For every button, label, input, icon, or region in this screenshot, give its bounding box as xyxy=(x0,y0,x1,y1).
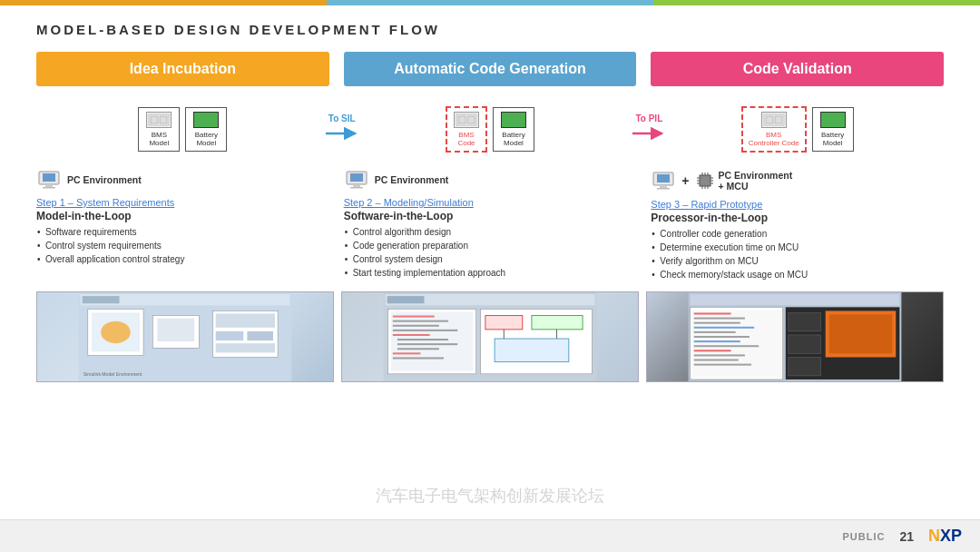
main-content: MODEL-BASED DESIGN DEVELOPMENT FLOW Idea… xyxy=(0,5,980,391)
svg-rect-67 xyxy=(532,316,583,330)
svg-rect-47 xyxy=(247,331,273,340)
battery-inner-col1 xyxy=(193,112,219,128)
svg-rect-92 xyxy=(789,357,821,375)
env-text-col3-line1: PC Environment xyxy=(719,170,793,181)
svg-rect-75 xyxy=(694,312,731,314)
pc-icon-col3 xyxy=(651,171,676,191)
bullet-col2-0: Control algorithm design xyxy=(344,226,505,239)
step-heading-col1: Model-in-the-Loop xyxy=(36,210,132,222)
bullet-col1-0: Software requirements xyxy=(36,226,184,239)
svg-rect-91 xyxy=(789,335,821,353)
battery-model-box-col1: BatteryModel xyxy=(185,107,227,152)
svg-rect-1 xyxy=(151,116,158,123)
svg-rect-45 xyxy=(216,313,275,327)
bms-label-col1: BMSModel xyxy=(149,131,169,147)
bullet-col3-3: Check memory/stack usage on MCU xyxy=(651,269,808,281)
col-1: Idea Incubation BMSModel BatteryModel xyxy=(36,52,337,282)
bottom-bar: PUBLIC 21 N XP xyxy=(0,519,980,552)
svg-rect-38 xyxy=(83,296,120,303)
svg-rect-4 xyxy=(43,173,55,182)
col-3: Code Validation To PIL xyxy=(643,52,944,282)
step-link-col1[interactable]: Step 1 – System Requirements xyxy=(36,197,174,208)
svg-rect-63 xyxy=(393,352,421,354)
svg-rect-9 xyxy=(458,116,466,123)
bullet-col3-2: Verify algorithm on MCU xyxy=(651,255,808,268)
badge-col3: Code Validation xyxy=(651,52,944,86)
public-label: PUBLIC xyxy=(842,531,885,542)
svg-rect-74 xyxy=(692,310,781,377)
screenshot-2 xyxy=(341,291,639,382)
bullet-col2-3: Start testing implementation approach xyxy=(344,267,505,280)
svg-rect-46 xyxy=(216,331,244,340)
bullet-col1-2: Overall application control strategy xyxy=(36,253,184,266)
env-text-col3-group: PC Environment + MCU xyxy=(719,170,793,192)
svg-rect-64 xyxy=(393,357,444,359)
nxp-logo-yellow: N xyxy=(928,527,940,546)
svg-rect-84 xyxy=(694,354,745,356)
svg-rect-72 xyxy=(691,294,900,305)
bullet-col3-1: Determine execution time on MCU xyxy=(651,242,808,254)
step-link-col3[interactable]: Step 3 – Rapid Prototype xyxy=(651,199,762,210)
top-bar xyxy=(0,0,980,5)
svg-rect-12 xyxy=(350,173,363,182)
step-heading-col3: Processor-in-the-Loop xyxy=(651,212,768,224)
models-group-col2: BMSCode BatteryModel xyxy=(446,106,534,153)
arrow-to-sil: To SIL xyxy=(324,113,360,142)
svg-rect-48 xyxy=(216,343,275,352)
svg-rect-62 xyxy=(397,348,439,350)
svg-rect-83 xyxy=(694,350,731,351)
svg-rect-86 xyxy=(694,364,751,366)
screenshot-sim1-svg: Simulink Model Environment xyxy=(37,292,333,381)
env-text-col3-line2: + MCU xyxy=(719,181,793,192)
page-title: MODEL-BASED DESIGN DEVELOPMENT FLOW xyxy=(36,22,944,37)
svg-rect-18 xyxy=(775,116,782,123)
step-link-col2[interactable]: Step 2 – Modeling/Simulation xyxy=(344,197,474,208)
svg-rect-60 xyxy=(397,339,448,340)
watermark: 汽车电子电气架构创新发展论坛 xyxy=(376,485,604,507)
svg-rect-57 xyxy=(393,325,439,327)
svg-rect-78 xyxy=(694,327,754,329)
bullet-list-col2: Control algorithm design Code generation… xyxy=(344,226,505,281)
env-row-col3: + PC Enviro xyxy=(651,170,792,192)
svg-rect-22 xyxy=(657,188,670,190)
env-text-col2: PC Environment xyxy=(375,174,449,185)
top-bar-blue xyxy=(327,0,653,5)
svg-rect-80 xyxy=(694,336,750,338)
svg-rect-58 xyxy=(393,330,457,331)
battery-inner-col2 xyxy=(501,112,526,128)
svg-rect-10 xyxy=(467,116,475,123)
env-row-col2: PC Environment xyxy=(344,170,449,190)
badge-col2: Automatic Code Generation xyxy=(344,52,637,86)
plus-sign-col3: + xyxy=(681,173,689,188)
svg-rect-81 xyxy=(694,340,740,342)
battery-label-col1: BatteryModel xyxy=(195,131,218,147)
top-bar-green xyxy=(653,0,980,5)
svg-rect-89 xyxy=(829,315,892,354)
svg-rect-14 xyxy=(350,187,363,189)
bms-inner-col1 xyxy=(146,112,172,128)
svg-rect-68 xyxy=(495,339,569,362)
screenshots-row: Simulink Model Environment xyxy=(36,291,944,382)
diagram-col3: To PIL BM xyxy=(651,97,944,161)
svg-rect-76 xyxy=(694,318,745,320)
arrow-sil-label: To SIL xyxy=(328,113,356,123)
svg-rect-85 xyxy=(694,360,739,361)
bullet-col2-2: Control system design xyxy=(344,253,505,266)
svg-rect-23 xyxy=(700,175,710,186)
nxp-logo-blue: XP xyxy=(940,527,962,546)
battery-model-box-col2: BatteryModel xyxy=(493,107,534,152)
bullet-list-col1: Software requirements Control system req… xyxy=(36,226,184,267)
diagram-col1: BMSModel BatteryModel xyxy=(36,97,329,161)
arrow-sil-svg xyxy=(324,125,360,142)
page-number: 21 xyxy=(899,529,914,544)
pc-icon-col2 xyxy=(344,170,369,190)
arrow-pil-svg xyxy=(631,125,667,142)
svg-rect-2 xyxy=(160,116,167,123)
pc-icon-col1 xyxy=(36,170,62,190)
columns-container: Idea Incubation BMSModel BatteryModel xyxy=(36,52,944,282)
svg-rect-20 xyxy=(657,174,670,182)
battery-model-box-col3: BatteryModel xyxy=(812,107,854,152)
bms-code-box-col2: BMSCode xyxy=(446,106,487,153)
nxp-logo: N XP xyxy=(928,527,962,546)
screenshot-sim2-svg xyxy=(342,292,638,381)
